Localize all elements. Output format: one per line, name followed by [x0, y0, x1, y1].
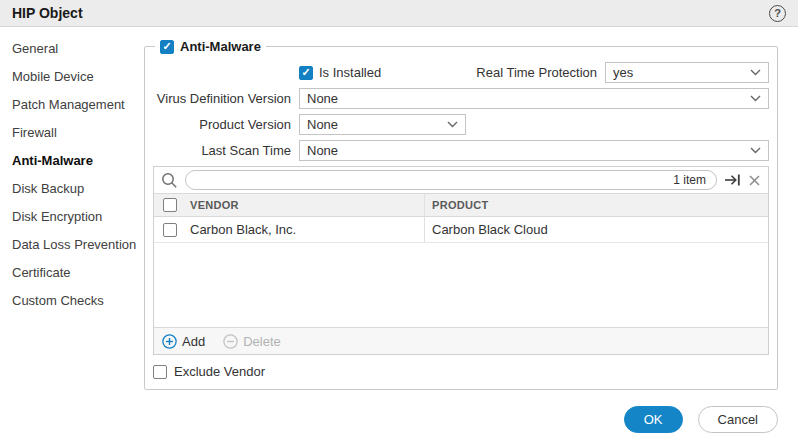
anti-malware-group: Anti-Malware Is Installed Real Time Prot… [144, 39, 778, 390]
delete-button[interactable]: Delete [223, 334, 281, 349]
sidebar-item-anti-malware[interactable]: Anti-Malware [0, 147, 136, 175]
sidebar: General Mobile Device Patch Management F… [0, 27, 136, 445]
row-checkbox-cell [154, 217, 186, 242]
add-icon [162, 334, 177, 349]
product-version-label: Product Version [153, 117, 291, 132]
real-time-protection-select[interactable]: yes [605, 62, 769, 83]
group-legend-label: Anti-Malware [180, 39, 261, 54]
filter-bar: 1 item [154, 167, 768, 194]
chevron-down-icon [750, 95, 761, 102]
vendor-table: 1 item VENDOR PRO [153, 166, 769, 355]
sidebar-item-certificate[interactable]: Certificate [0, 259, 136, 287]
exclude-vendor-checkbox[interactable] [153, 365, 167, 379]
sidebar-item-general[interactable]: General [0, 35, 136, 63]
chevron-down-icon [750, 69, 761, 76]
item-count: 1 item [673, 173, 706, 187]
last-scan-time-select[interactable]: None [299, 140, 769, 161]
hip-object-dialog: HIP Object ? General Mobile Device Patch… [0, 0, 798, 445]
row-is-installed: Is Installed Real Time Protection yes [153, 62, 769, 83]
apply-filter-arrow-icon[interactable] [724, 173, 741, 187]
row-last-scan-time: Last Scan Time None [153, 140, 769, 161]
group-legend: Anti-Malware [155, 39, 266, 54]
help-icon[interactable]: ? [769, 5, 786, 22]
virus-definition-version-select[interactable]: None [299, 88, 769, 109]
table-empty-area [154, 243, 768, 327]
sidebar-item-firewall[interactable]: Firewall [0, 119, 136, 147]
row-product-value: Carbon Black Cloud [424, 217, 768, 242]
exclude-vendor-control: Exclude Vendor [153, 364, 769, 379]
select-all-checkbox[interactable] [163, 198, 177, 212]
sidebar-item-data-loss-prevention[interactable]: Data Loss Prevention [0, 231, 136, 259]
table-row[interactable]: Carbon Black, Inc. Carbon Black Cloud [154, 217, 768, 243]
filter-pill: 1 item [185, 170, 717, 190]
header-checkbox-cell [154, 194, 186, 216]
virus-definition-version-value: None [307, 91, 750, 106]
is-installed-control: Is Installed [299, 65, 381, 80]
row-product-version: Product Version None [153, 114, 769, 135]
ok-button[interactable]: OK [624, 406, 683, 433]
search-icon[interactable] [161, 172, 178, 189]
virus-definition-version-label: Virus Definition Version [153, 91, 291, 106]
last-scan-time-value: None [307, 143, 750, 158]
chevron-down-icon [750, 147, 761, 154]
is-installed-checkbox[interactable] [299, 66, 313, 80]
sidebar-item-disk-encryption[interactable]: Disk Encryption [0, 203, 136, 231]
filter-input[interactable] [196, 173, 673, 187]
add-button[interactable]: Add [162, 334, 205, 349]
sidebar-item-mobile-device[interactable]: Mobile Device [0, 63, 136, 91]
vendor-column-header[interactable]: VENDOR [186, 194, 424, 216]
clear-filter-x-icon[interactable] [748, 174, 761, 187]
title-bar: HIP Object ? [0, 0, 798, 27]
is-installed-label: Is Installed [319, 65, 381, 80]
real-time-protection-label: Real Time Protection [476, 65, 597, 80]
product-version-value: None [307, 117, 447, 132]
main-panel: Anti-Malware Is Installed Real Time Prot… [136, 27, 798, 445]
chevron-down-icon [447, 121, 458, 128]
exclude-vendor-label: Exclude Vendor [174, 364, 265, 379]
sidebar-item-disk-backup[interactable]: Disk Backup [0, 175, 136, 203]
page-title: HIP Object [12, 5, 83, 21]
add-button-label: Add [182, 334, 205, 349]
delete-button-label: Delete [243, 334, 281, 349]
real-time-protection-value: yes [613, 65, 750, 80]
product-column-header[interactable]: PRODUCT [424, 194, 768, 216]
table-footer: Add Delete [154, 327, 768, 354]
row-virus-definition-version: Virus Definition Version None [153, 88, 769, 109]
product-version-select[interactable]: None [299, 114, 466, 135]
dialog-actions: OK Cancel [144, 406, 778, 433]
cancel-button[interactable]: Cancel [698, 406, 778, 433]
table-header: VENDOR PRODUCT [154, 194, 768, 217]
sidebar-item-custom-checks[interactable]: Custom Checks [0, 287, 136, 315]
row-checkbox[interactable] [163, 223, 177, 237]
row-vendor-value: Carbon Black, Inc. [186, 217, 424, 242]
delete-icon [223, 334, 238, 349]
anti-malware-enabled-checkbox[interactable] [160, 40, 174, 54]
sidebar-item-patch-management[interactable]: Patch Management [0, 91, 136, 119]
last-scan-time-label: Last Scan Time [153, 143, 291, 158]
